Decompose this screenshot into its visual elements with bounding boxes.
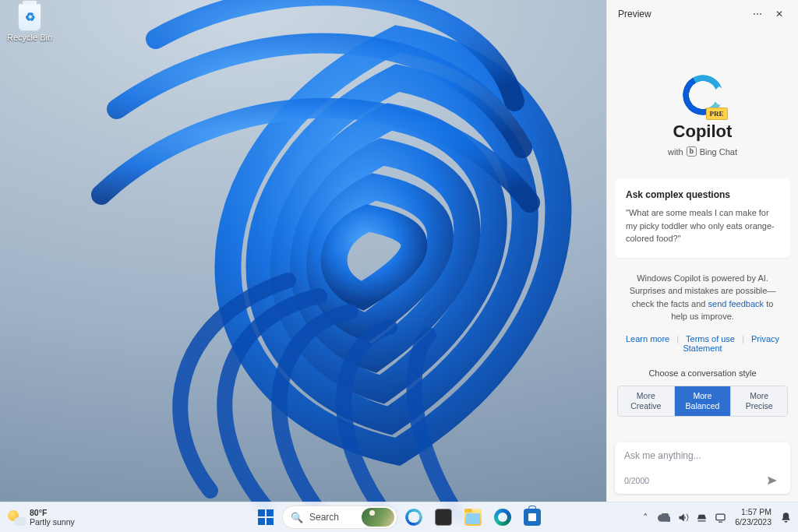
- style-creative[interactable]: More Creative: [618, 386, 674, 416]
- taskbar-center: 🔍 Search: [252, 502, 546, 532]
- copilot-header: Preview ⋯ ✕: [607, 0, 798, 28]
- copilot-brand: PRE Copilot with b Bing Chat: [615, 75, 790, 157]
- weather-icon: [8, 509, 25, 526]
- copilot-pane: Preview ⋯ ✕ PRE Copilot with b Bing Chat…: [606, 0, 798, 502]
- example-card-title: Ask complex questions: [626, 189, 779, 200]
- weather-widget[interactable]: 80°F Partly sunny: [0, 502, 75, 532]
- search-icon: 🔍: [291, 512, 303, 523]
- file-explorer-icon: [464, 509, 482, 526]
- close-button[interactable]: ✕: [768, 3, 790, 25]
- clock-time: 1:57 PM: [735, 507, 772, 517]
- close-icon: ✕: [775, 9, 783, 19]
- taskbar-taskview[interactable]: [430, 504, 457, 530]
- taskbar-explorer[interactable]: [460, 504, 486, 530]
- tray-volume[interactable]: [674, 506, 691, 529]
- input-indicator-icon: [715, 512, 726, 523]
- taskbar-search[interactable]: 🔍 Search: [282, 506, 397, 529]
- send-feedback-link[interactable]: send feedback: [708, 299, 764, 308]
- copilot-icon: [405, 509, 422, 526]
- bing-icon: b: [687, 146, 697, 157]
- volume-icon: [677, 512, 689, 523]
- tray-network[interactable]: [693, 506, 710, 529]
- taskbar: 80°F Partly sunny 🔍 Search ˄: [0, 502, 798, 532]
- copilot-title: Copilot: [615, 122, 790, 142]
- more-icon: ⋯: [753, 9, 762, 19]
- clock-date: 6/23/2023: [735, 517, 772, 527]
- copilot-body: PRE Copilot with b Bing Chat Ask complex…: [607, 28, 798, 436]
- copilot-header-title: Preview: [618, 9, 651, 19]
- taskbar-store[interactable]: [519, 504, 546, 530]
- onedrive-icon: [658, 513, 670, 522]
- bell-icon: [780, 512, 792, 523]
- send-button[interactable]: [764, 472, 781, 489]
- char-counter: 0/2000: [624, 476, 649, 485]
- chat-input[interactable]: [624, 450, 781, 466]
- weather-cond: Partly sunny: [30, 517, 75, 527]
- pre-badge: PRE: [706, 107, 728, 120]
- weather-temp: 80°F: [30, 508, 75, 517]
- disclaimer-text: Windows Copilot is powered by AI. Surpri…: [615, 258, 790, 328]
- send-icon: [766, 474, 779, 487]
- system-tray: ˄ 1:57 PM 6/23/2023: [637, 502, 798, 532]
- style-precise[interactable]: More Precise: [730, 386, 787, 416]
- terms-link[interactable]: Terms of use: [686, 334, 735, 344]
- taskbar-copilot[interactable]: [401, 504, 427, 530]
- tray-overflow[interactable]: ˄: [637, 506, 654, 529]
- start-button[interactable]: [252, 504, 279, 530]
- tray-input[interactable]: [711, 506, 729, 529]
- style-selector: More Creative More Balanced More Precise: [617, 386, 788, 417]
- network-icon: [696, 512, 708, 523]
- taskbar-clock[interactable]: 1:57 PM 6/23/2023: [730, 507, 776, 527]
- search-highlight-icon: [362, 508, 394, 527]
- taskview-icon: [435, 509, 452, 526]
- copilot-logo-icon: PRE: [683, 75, 723, 115]
- more-button[interactable]: ⋯: [747, 3, 768, 25]
- copilot-subtitle: with b Bing Chat: [615, 146, 790, 157]
- chat-input-box[interactable]: 0/2000: [615, 442, 790, 494]
- example-card[interactable]: Ask complex questions "What are some mea…: [615, 178, 790, 258]
- recycle-bin[interactable]: ♻ Recycle Bin: [6, 3, 53, 42]
- footer-links: Learn more | Terms of use | Privacy Stat…: [615, 334, 790, 353]
- chevron-up-icon: ˄: [643, 512, 648, 523]
- recycle-bin-icon: ♻: [18, 3, 41, 31]
- wallpaper-art: [62, 0, 647, 522]
- store-icon: [524, 509, 541, 526]
- taskbar-edge[interactable]: [489, 504, 516, 530]
- windows-logo-icon: [258, 509, 274, 525]
- search-placeholder: Search: [309, 512, 339, 523]
- example-card-text: "What are some meals I can make for my p…: [626, 206, 779, 245]
- notifications-button[interactable]: [778, 512, 793, 523]
- svg-rect-0: [716, 514, 725, 520]
- recycle-bin-label: Recycle Bin: [6, 33, 53, 42]
- tray-onedrive[interactable]: [655, 506, 673, 529]
- edge-icon: [494, 509, 511, 526]
- style-title: Choose a conversation style: [615, 368, 790, 378]
- style-balanced[interactable]: More Balanced: [674, 386, 731, 416]
- learn-more-link[interactable]: Learn more: [626, 334, 669, 344]
- input-area: 0/2000: [607, 436, 798, 502]
